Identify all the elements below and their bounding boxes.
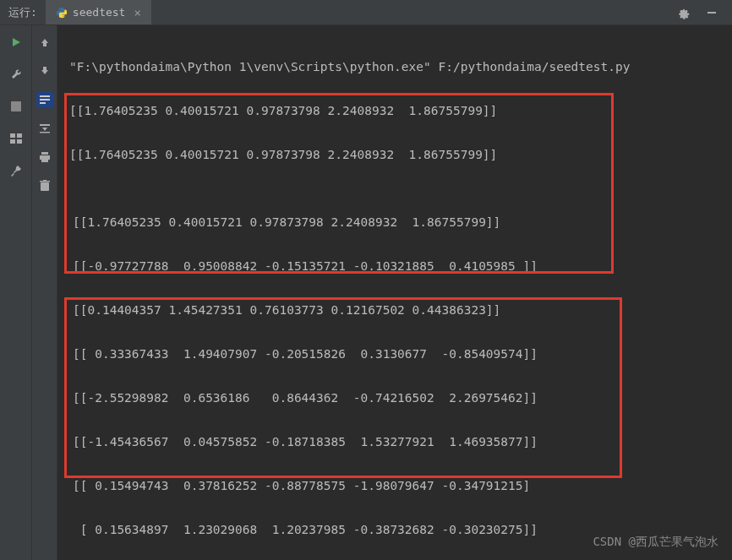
- svg-rect-11: [41, 152, 48, 155]
- output-line: [[-0.97727788 0.95008842 -0.15135721 -0.…: [73, 255, 717, 277]
- svg-rect-4: [10, 139, 15, 144]
- command-line: "F:\pythondaima\Python 1\venv\Scripts\py…: [69, 56, 720, 78]
- layout-icon[interactable]: [8, 130, 25, 147]
- output-line: [[ 0.15494743 0.37816252 -0.88778575 -1.…: [73, 475, 717, 497]
- run-tab[interactable]: seedtest ×: [46, 0, 151, 24]
- scroll-to-end-icon[interactable]: [36, 120, 53, 137]
- highlighted-block-1: [[1.76405235 0.40015721 0.97873798 2.240…: [69, 188, 720, 560]
- left-action-rail: [0, 25, 32, 560]
- svg-rect-3: [17, 133, 22, 138]
- header-bar: 运行: seedtest ×: [0, 0, 732, 25]
- console-output[interactable]: "F:\pythondaima\Python 1\venv\Scripts\py…: [57, 25, 732, 560]
- watermark: CSDN @西瓜芒果气泡水: [593, 535, 718, 550]
- svg-rect-1: [11, 101, 21, 111]
- svg-rect-14: [41, 182, 49, 191]
- svg-rect-7: [40, 99, 50, 101]
- output-line: [[0.14404357 1.45427351 0.76103773 0.121…: [73, 299, 717, 321]
- svg-rect-10: [40, 132, 50, 133]
- svg-rect-8: [40, 102, 46, 104]
- svg-rect-13: [41, 160, 48, 162]
- run-icon[interactable]: [8, 34, 25, 51]
- output-line: [[1.76405235 0.40015721 0.97873798 2.240…: [69, 144, 720, 166]
- svg-rect-6: [40, 95, 50, 97]
- output-line: [[ 0.33367433 1.49407907 -0.20515826 0.3…: [73, 343, 717, 365]
- svg-rect-9: [40, 124, 50, 126]
- pin-icon[interactable]: [8, 162, 25, 179]
- left-tool-rail: [32, 25, 57, 560]
- stop-icon[interactable]: [8, 98, 25, 115]
- output-line: [[1.76405235 0.40015721 0.97873798 2.240…: [73, 211, 717, 233]
- print-icon[interactable]: [36, 149, 53, 166]
- up-arrow-icon[interactable]: [36, 34, 53, 51]
- svg-rect-5: [17, 139, 22, 144]
- svg-rect-16: [43, 180, 46, 181]
- close-tab-icon[interactable]: ×: [130, 6, 140, 19]
- wrench-icon[interactable]: [8, 66, 25, 83]
- gear-icon[interactable]: [675, 4, 691, 21]
- svg-rect-0: [707, 12, 716, 14]
- trash-icon[interactable]: [36, 177, 53, 194]
- soft-wrap-icon[interactable]: [36, 91, 53, 108]
- down-arrow-icon[interactable]: [36, 63, 53, 79]
- tab-name: seedtest: [73, 6, 126, 19]
- python-icon: [56, 7, 68, 19]
- output-line: [[-1.45436567 0.04575852 -0.18718385 1.5…: [73, 431, 717, 453]
- svg-rect-15: [40, 181, 50, 182]
- output-line: [[-2.55298982 0.6536186 0.8644362 -0.742…: [73, 387, 717, 409]
- svg-rect-12: [40, 155, 50, 160]
- svg-rect-2: [10, 133, 15, 138]
- run-label: 运行:: [0, 5, 46, 20]
- output-line: [[1.76405235 0.40015721 0.97873798 2.240…: [69, 100, 720, 122]
- minimize-icon[interactable]: [703, 4, 720, 21]
